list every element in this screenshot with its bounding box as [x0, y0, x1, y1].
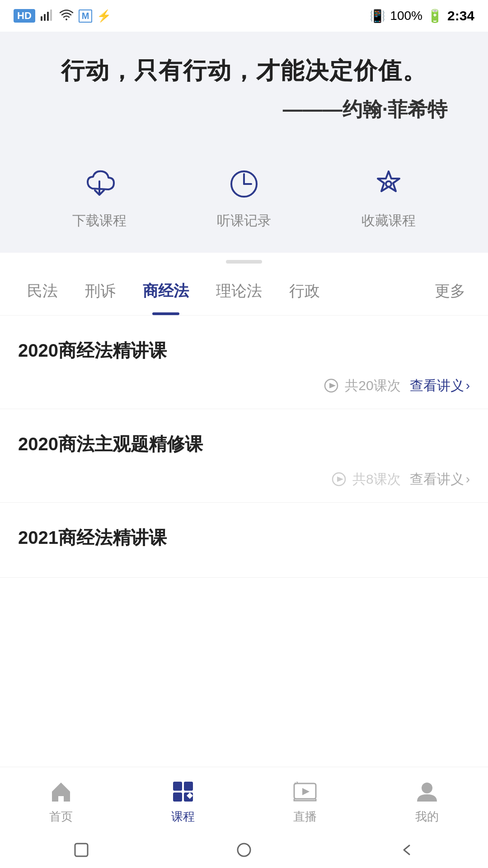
- history-label: 听课记录: [217, 212, 271, 230]
- user-icon: [413, 778, 441, 805]
- usb-icon: ⚡: [97, 9, 111, 23]
- drag-handle-bar: [226, 260, 262, 264]
- svg-marker-11: [329, 383, 336, 388]
- svg-point-25: [238, 844, 250, 856]
- svg-point-23: [422, 783, 432, 793]
- tab-xingzheng[interactable]: 行政: [276, 267, 333, 315]
- tab-shangjingfa[interactable]: 商经法: [129, 267, 202, 315]
- download-label: 下载课程: [72, 212, 127, 230]
- svg-rect-14: [173, 782, 182, 791]
- quick-actions: 下载课程 听课记录 收藏课程: [0, 146, 488, 253]
- svg-rect-0: [41, 16, 42, 21]
- tab-minfa[interactable]: 民法: [14, 267, 71, 315]
- live-icon: [291, 778, 319, 805]
- network-icon: [40, 7, 54, 25]
- star-icon: [368, 164, 409, 204]
- course-item-2[interactable]: 2020商法主观题精修课 共8课次 查看讲义 ›: [0, 409, 488, 503]
- sys-circle-btn[interactable]: [230, 836, 258, 863]
- bottom-nav: 首页 课程 直播: [0, 767, 488, 832]
- wifi-icon: [59, 7, 74, 25]
- time-display: 2:34: [447, 8, 474, 24]
- course-count-2: 共8课次: [331, 470, 401, 489]
- sys-square-btn[interactable]: [68, 836, 95, 863]
- course-count-1: 共20课次: [323, 377, 400, 395]
- chip-icon: M: [79, 9, 93, 23]
- battery-icon: 🔋: [427, 9, 443, 24]
- svg-point-4: [66, 19, 67, 20]
- course-meta-2: 共8课次 查看讲义 ›: [18, 470, 470, 489]
- course-item-3[interactable]: 2021商经法精讲课: [0, 503, 488, 578]
- courses-icon: [169, 778, 197, 805]
- clock-icon: [224, 164, 264, 204]
- status-left: HD M ⚡: [14, 7, 111, 25]
- course-list: 2020商经法精讲课 共20课次 查看讲义 › 2020商法主观题精修课: [0, 316, 488, 578]
- chevron-right-icon-2: ›: [466, 472, 470, 486]
- course-title-3: 2021商经法精讲课: [18, 525, 470, 550]
- tabs-container: 民法 刑诉 商经法 理论法 行政 更多: [0, 267, 488, 316]
- nav-courses[interactable]: 课程: [138, 778, 228, 825]
- svg-rect-16: [173, 793, 182, 802]
- banner-section: 行动，只有行动，才能决定价值。 ———约翰·菲希特: [0, 32, 488, 146]
- home-icon: [47, 778, 75, 805]
- course-item-1[interactable]: 2020商经法精讲课 共20课次 查看讲义 ›: [0, 316, 488, 409]
- svg-marker-20: [302, 788, 310, 795]
- svg-point-9: [386, 181, 391, 187]
- nav-home[interactable]: 首页: [16, 778, 106, 825]
- cloud-download-icon: [79, 164, 120, 204]
- quote-main: 行动，只有行动，才能决定价值。: [27, 54, 461, 87]
- status-bar: HD M ⚡ 📳 100% 🔋 2:34: [0, 0, 488, 32]
- course-title-2: 2020商法主观题精修课: [18, 432, 470, 457]
- system-nav-bar: [0, 832, 488, 868]
- favorites-label: 收藏课程: [361, 212, 416, 230]
- quick-action-history[interactable]: 听课记录: [217, 164, 271, 230]
- svg-rect-1: [44, 14, 46, 21]
- svg-rect-2: [47, 12, 49, 21]
- nav-courses-label: 课程: [171, 809, 195, 825]
- nav-mine-label: 我的: [415, 809, 439, 825]
- chevron-right-icon: ›: [466, 378, 470, 393]
- nav-live-label: 直播: [293, 809, 317, 825]
- tab-more[interactable]: 更多: [426, 267, 474, 315]
- nav-live[interactable]: 直播: [260, 778, 350, 825]
- drag-handle: [0, 253, 488, 267]
- svg-rect-24: [75, 844, 88, 856]
- course-meta-1: 共20课次 查看讲义 ›: [18, 377, 470, 395]
- quick-action-favorites[interactable]: 收藏课程: [361, 164, 416, 230]
- svg-rect-3: [50, 9, 52, 21]
- battery-text: 100%: [390, 9, 422, 23]
- svg-marker-13: [337, 476, 343, 482]
- quote-author: ———约翰·菲希特: [27, 96, 461, 123]
- hd-badge: HD: [14, 9, 35, 23]
- tab-lilunfa[interactable]: 理论法: [202, 267, 276, 315]
- nav-mine[interactable]: 我的: [382, 778, 472, 825]
- vibrate-icon: 📳: [370, 9, 385, 24]
- tab-xingsu[interactable]: 刑诉: [71, 267, 129, 315]
- status-right: 📳 100% 🔋 2:34: [370, 8, 474, 24]
- nav-home-label: 首页: [49, 809, 73, 825]
- svg-rect-15: [184, 782, 193, 791]
- course-title-1: 2020商经法精讲课: [18, 338, 470, 363]
- sys-back-btn[interactable]: [393, 836, 420, 863]
- course-link-1[interactable]: 查看讲义 ›: [410, 377, 470, 395]
- course-link-2[interactable]: 查看讲义 ›: [410, 470, 470, 489]
- quick-action-download[interactable]: 下载课程: [72, 164, 127, 230]
